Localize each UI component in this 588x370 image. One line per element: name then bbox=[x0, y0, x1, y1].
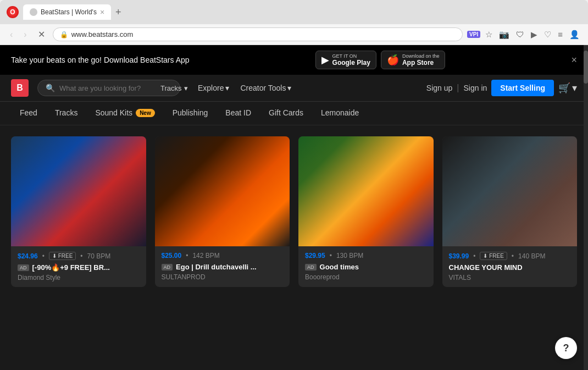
card-image bbox=[11, 136, 146, 246]
sub-nav-item-sound-kits[interactable]: Sound KitsNew bbox=[86, 102, 163, 125]
scrollbar[interactable] bbox=[584, 45, 588, 370]
sub-nav-item-publishing[interactable]: Publishing bbox=[164, 102, 217, 125]
start-selling-button[interactable]: Start Selling bbox=[491, 80, 554, 96]
card-title: Good times bbox=[320, 263, 359, 271]
shield-button[interactable]: 🛡 bbox=[514, 28, 526, 41]
search-input[interactable] bbox=[59, 84, 152, 92]
google-play-text: GET IT ON Google Play bbox=[332, 53, 370, 67]
card-meta-dot2: • bbox=[80, 252, 82, 260]
promo-close-button[interactable]: × bbox=[571, 54, 577, 66]
sub-nav-item-gift-cards[interactable]: Gift Cards bbox=[260, 102, 312, 125]
sub-nav-item-feed[interactable]: Feed bbox=[11, 102, 46, 125]
card-bpm: 70 BPM bbox=[87, 252, 111, 260]
card-image bbox=[155, 136, 290, 246]
card-meta-dot: • bbox=[473, 252, 475, 260]
creator-tools-chevron-icon: ▾ bbox=[287, 84, 291, 92]
app-store-name: App Store bbox=[402, 59, 440, 67]
card[interactable]: $24.96•⬇ FREE•70 BPMAD[-90%🔥+9 FREE] BR.… bbox=[11, 136, 146, 287]
cart-chevron-icon: ▾ bbox=[572, 82, 577, 94]
sub-nav-item-lemonaide[interactable]: Lemonaide bbox=[312, 102, 368, 125]
card-price: $25.00 bbox=[162, 252, 182, 259]
card-meta-dot2: • bbox=[512, 252, 514, 260]
sub-nav-item-tracks[interactable]: Tracks bbox=[46, 102, 86, 125]
google-play-name: Google Play bbox=[332, 59, 370, 67]
forward-button[interactable]: › bbox=[20, 29, 30, 41]
card[interactable]: $25.00•142 BPMADEgo | Drill dutchavelli … bbox=[155, 136, 290, 287]
creator-tools-nav-link[interactable]: Creator Tools ▾ bbox=[236, 81, 296, 95]
card-meta: $25.00•142 BPM bbox=[162, 252, 284, 259]
promo-text: Take your beats on the go! Download Beat… bbox=[11, 56, 190, 64]
explore-chevron-icon: ▾ bbox=[225, 84, 229, 92]
card-meta-dot: • bbox=[42, 252, 45, 260]
promo-banner: Take your beats on the go! Download Beat… bbox=[0, 45, 588, 75]
sign-up-link[interactable]: Sign up bbox=[426, 84, 452, 92]
card-ad-badge: AD bbox=[18, 264, 29, 271]
account-button[interactable]: 👤 bbox=[568, 28, 581, 41]
bookmark-button[interactable]: ☆ bbox=[484, 28, 494, 41]
search-category-label: Tracks bbox=[160, 84, 182, 92]
google-play-badge[interactable]: ▶ GET IT ON Google Play bbox=[315, 51, 376, 69]
site-nav: B 🔍 Tracks ▾ Explore ▾ Creator Tools ▾ bbox=[0, 75, 588, 102]
card-price: $24.96 bbox=[18, 252, 38, 260]
promo-badges: ▶ GET IT ON Google Play 🍎 Download on th… bbox=[315, 51, 446, 69]
reload-button[interactable]: ✕ bbox=[35, 28, 48, 41]
browser-frame: O BeatStars | World's × + ‹ › ✕ 🔒 www.be… bbox=[0, 0, 588, 370]
search-bar[interactable]: 🔍 Tracks ▾ bbox=[37, 80, 180, 96]
sub-nav-item-beat-id[interactable]: Beat ID bbox=[217, 102, 260, 125]
card-meta-dot: • bbox=[186, 252, 188, 259]
explore-nav-link[interactable]: Explore ▾ bbox=[193, 81, 234, 95]
tab-close-btn[interactable]: × bbox=[100, 8, 104, 16]
card-artist: SULTANPROD bbox=[162, 273, 284, 281]
explore-label: Explore bbox=[198, 84, 224, 92]
card-artist: Boooreprod bbox=[305, 273, 427, 281]
card-meta-dot: • bbox=[330, 252, 332, 259]
camera-button[interactable]: 📷 bbox=[497, 28, 511, 41]
card-title-row: AD[-90%🔥+9 FREE] BR... bbox=[18, 263, 140, 272]
cart-button[interactable]: 🛒 ▾ bbox=[558, 82, 577, 94]
google-play-small: GET IT ON bbox=[332, 53, 370, 59]
chevron-down-icon: ▾ bbox=[184, 84, 188, 92]
new-tab-button[interactable]: + bbox=[113, 7, 124, 18]
opera-logo: O bbox=[7, 6, 19, 18]
app-store-badge[interactable]: 🍎 Download on the App Store bbox=[381, 51, 446, 69]
card-price: $39.99 bbox=[449, 252, 469, 260]
titlebar: O BeatStars | World's × + bbox=[0, 0, 588, 24]
card-ad-badge: AD bbox=[162, 264, 173, 270]
card-info: $39.99•⬇ FREE•140 BPMCHANGE YOUR MINDVIT… bbox=[442, 246, 578, 287]
help-button[interactable]: ? bbox=[555, 337, 577, 359]
card-title: [-90%🔥+9 FREE] BR... bbox=[32, 263, 110, 272]
sign-in-link[interactable]: Sign in bbox=[464, 84, 487, 92]
creator-tools-label: Creator Tools bbox=[240, 84, 286, 92]
search-category-selector[interactable]: Tracks ▾ bbox=[160, 84, 188, 92]
card[interactable]: $39.99•⬇ FREE•140 BPMCHANGE YOUR MINDVIT… bbox=[442, 136, 578, 287]
address-bar[interactable]: 🔒 www.beatstars.com bbox=[53, 27, 463, 41]
card-info: $29.95•130 BPMADGood timesBoooreprod bbox=[298, 246, 434, 286]
cards-grid: $24.96•⬇ FREE•70 BPMAD[-90%🔥+9 FREE] BR.… bbox=[0, 125, 588, 298]
card-meta: $24.96•⬇ FREE•70 BPM bbox=[18, 252, 140, 260]
url-text: www.beatstars.com bbox=[71, 30, 456, 38]
card-free-badge: ⬇ FREE bbox=[49, 252, 76, 260]
play-button[interactable]: ▶ bbox=[529, 28, 539, 41]
card-title-row: ADGood times bbox=[305, 263, 427, 271]
sub-nav: FeedTracksSound KitsNewPublishingBeat ID… bbox=[0, 102, 588, 125]
nav-separator: | bbox=[457, 83, 459, 93]
card-bpm: 140 BPM bbox=[518, 252, 545, 260]
card-image bbox=[298, 136, 434, 246]
heart-button[interactable]: ♡ bbox=[542, 28, 553, 41]
new-badge: New bbox=[136, 109, 155, 117]
card-title: CHANGE YOUR MIND bbox=[449, 263, 523, 272]
beatstars-logo[interactable]: B bbox=[11, 79, 29, 97]
vp-badge[interactable]: VPI bbox=[467, 31, 480, 38]
card-meta: $39.99•⬇ FREE•140 BPM bbox=[449, 252, 571, 260]
card[interactable]: $29.95•130 BPMADGood timesBoooreprod bbox=[298, 136, 434, 287]
card-title-row: CHANGE YOUR MIND bbox=[449, 263, 571, 272]
page-content: Take your beats on the go! Download Beat… bbox=[0, 45, 588, 370]
card-image bbox=[442, 136, 578, 246]
active-tab[interactable]: BeatStars | World's × bbox=[23, 4, 111, 20]
card-price: $29.95 bbox=[305, 252, 325, 259]
back-button[interactable]: ‹ bbox=[7, 29, 16, 41]
scrollbar-thumb[interactable] bbox=[584, 51, 588, 84]
tab-title: BeatStars | World's bbox=[41, 8, 97, 16]
menu-button[interactable]: ≡ bbox=[556, 28, 564, 41]
card-info: $25.00•142 BPMADEgo | Drill dutchavelli … bbox=[155, 246, 290, 286]
